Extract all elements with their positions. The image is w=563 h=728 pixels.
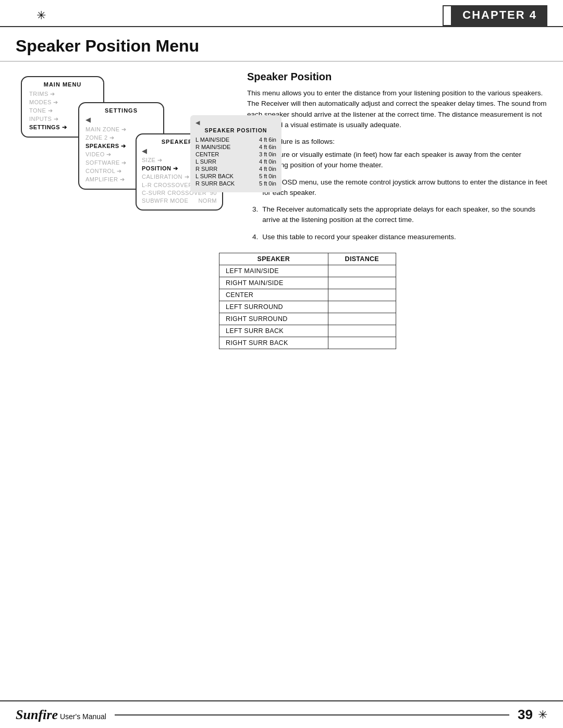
text-area: Speaker Position This menu allows you to…: [247, 71, 547, 249]
table-cell-left-surround: LEFT SURROUND: [219, 301, 328, 313]
diagram-area: Main Menu TRIMS ➔ MODES ➔ TONE ➔ INPUTS …: [16, 71, 235, 249]
list-item: 4. Use this table to record your speaker…: [247, 232, 547, 242]
header-asterisk-icon: ✳: [36, 9, 46, 22]
sp-row-center: CENTER 3 ft 0in: [195, 151, 276, 158]
table-row: RIGHT MAIN/SIDE: [219, 277, 396, 289]
table-cell-left-surr-back: LEFT SURR BACK: [219, 325, 328, 337]
page-header: ✳ CHAPTER 4: [0, 0, 563, 27]
section-body: This menu allows you to enter the distan…: [247, 88, 547, 130]
footer-asterisk-icon: ✳: [538, 708, 547, 722]
footer-logo: SunfireUser's Manual: [16, 707, 106, 723]
main-content: Main Menu TRIMS ➔ MODES ➔ TONE ➔ INPUTS …: [0, 71, 563, 249]
sp-row-lmain: L MAIN/SIDE 4 ft 6in: [195, 136, 276, 143]
settings-menu-title: Settings: [85, 107, 157, 114]
table-row: CENTER: [219, 289, 396, 301]
table-row: LEFT SURR BACK: [219, 325, 396, 337]
procedure-list: 1. Measure or visually estimate (in feet…: [247, 150, 547, 242]
table-row: RIGHT SURR BACK: [219, 337, 396, 349]
menu-item-subwfr-mode: SUBWFR MODENORM: [142, 196, 217, 204]
menu-item-mainzone: MAIN ZONE ➔: [85, 125, 157, 133]
distance-table-wrapper: Speaker Distance LEFT MAIN/SIDE RIGHT MA…: [0, 253, 563, 349]
list-item: 1. Measure or visually estimate (in feet…: [247, 150, 547, 171]
table-cell-left-main: LEFT MAIN/SIDE: [219, 265, 328, 277]
footer-page-number: 39: [518, 707, 533, 723]
table-cell-center-dist: [328, 289, 396, 301]
page-footer: SunfireUser's Manual 39 ✳: [0, 700, 563, 728]
footer-divider: [115, 714, 509, 715]
chapter-square-icon: [443, 5, 452, 26]
table-cell-right-surround-dist: [328, 313, 396, 325]
table-cell-center: CENTER: [219, 289, 328, 301]
menu-item-trims: TRIMS ➔: [29, 90, 96, 98]
sp-row-lsurr: L SURR 4 ft 0in: [195, 158, 276, 165]
table-col-distance: Distance: [328, 253, 396, 265]
table-cell-right-surr-back: RIGHT SURR BACK: [219, 337, 328, 349]
table-cell-left-main-dist: [328, 265, 396, 277]
chapter-box: CHAPTER 4: [443, 5, 547, 26]
chapter-label: CHAPTER 4: [452, 5, 547, 26]
table-cell-left-surround-dist: [328, 301, 396, 313]
speaker-position-title: Speaker Position: [195, 127, 276, 133]
sp-row-lsurrback: L SURR BACK 5 ft 0in: [195, 172, 276, 180]
table-cell-right-main-dist: [328, 277, 396, 289]
sp-row-rsurr: R SURR 4 ft 0in: [195, 165, 276, 172]
table-col-speaker: Speaker: [219, 253, 328, 265]
sp-row-rsurrback: R SURR BACK 5 ft 0in: [195, 180, 276, 187]
speaker-position-box: ◀ Speaker Position L MAIN/SIDE 4 ft 6in …: [190, 115, 282, 192]
list-item: 3. The Receiver automatically sets the a…: [247, 204, 547, 226]
distance-table: Speaker Distance LEFT MAIN/SIDE RIGHT MA…: [219, 253, 396, 349]
table-row: LEFT MAIN/SIDE: [219, 265, 396, 277]
header-left: ✳: [16, 9, 443, 22]
procedure-label: The procedure is as follows:: [247, 138, 547, 145]
page-title: Speaker Position Menu: [0, 27, 563, 61]
menu-container: Main Menu TRIMS ➔ MODES ➔ TONE ➔ INPUTS …: [16, 71, 235, 248]
main-menu-title: Main Menu: [29, 81, 96, 88]
sp-row-rmain: R MAIN/SIDE 4 ft 6in: [195, 143, 276, 151]
table-row: RIGHT SURROUND: [219, 313, 396, 325]
table-cell-left-surr-back-dist: [328, 325, 396, 337]
table-cell-right-main: RIGHT MAIN/SIDE: [219, 277, 328, 289]
table-row: LEFT SURROUND: [219, 301, 396, 313]
table-cell-right-surr-back-dist: [328, 337, 396, 349]
section-title: Speaker Position: [247, 71, 547, 83]
table-cell-right-surround: RIGHT SURROUND: [219, 313, 328, 325]
list-item: 2. In the OSD menu, use the remote contr…: [247, 177, 547, 199]
